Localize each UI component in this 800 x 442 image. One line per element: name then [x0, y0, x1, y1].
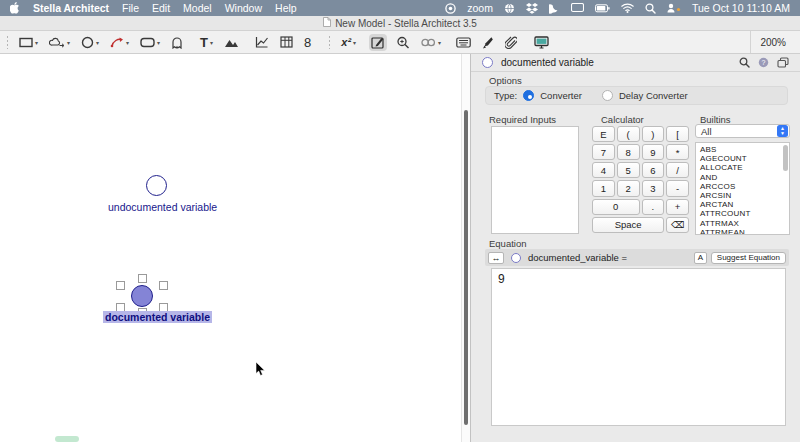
globe-icon[interactable]: [504, 3, 515, 14]
calc-key[interactable]: 5: [617, 162, 640, 178]
equation-header-bar: ↔ documented_variable = A Suggest Equati…: [485, 249, 789, 266]
attachment-tool[interactable]: [503, 34, 519, 51]
builtins-filter-dropdown[interactable]: All ▲▼: [695, 124, 790, 138]
ghost-tool[interactable]: [169, 34, 185, 51]
radio-delay-converter[interactable]: [602, 90, 613, 101]
selection-handle-nw[interactable]: [116, 281, 125, 290]
menu-item[interactable]: Window: [225, 2, 262, 14]
calc-key-backspace[interactable]: ⌫: [666, 217, 689, 233]
calc-key[interactable]: 2: [617, 180, 640, 196]
calc-key[interactable]: ): [642, 126, 665, 142]
panel-windows-icon[interactable]: [777, 57, 789, 68]
equation-tool[interactable]: x²: [339, 35, 358, 50]
converter-label-undocumented[interactable]: undocumented variable: [108, 201, 217, 213]
builtins-list: ABSAGECOUNTALLOCATEANDARCCOSARCSINARCTAN…: [695, 142, 790, 235]
record-icon[interactable]: [445, 3, 456, 14]
calc-key-space[interactable]: Space: [592, 217, 664, 233]
builtin-function-item[interactable]: ATTRMAX: [700, 219, 789, 228]
menu-item[interactable]: Model: [183, 2, 212, 14]
model-canvas[interactable]: undocumented variable documented variabl…: [0, 54, 461, 442]
find-zoom-tool[interactable]: [394, 34, 412, 51]
required-inputs-list[interactable]: [491, 126, 579, 234]
required-inputs-label: Required Inputs: [489, 114, 556, 125]
edit-mode-tool[interactable]: [369, 34, 387, 51]
calc-key[interactable]: 8: [617, 144, 640, 160]
builtin-function-item[interactable]: ARCSIN: [700, 191, 789, 200]
canvas-vertical-scrollbar[interactable]: [461, 54, 470, 442]
menu-app-name[interactable]: Stella Architect: [33, 2, 109, 14]
spotlight-search-icon[interactable]: [645, 3, 656, 14]
zoom-menu-label[interactable]: zoom: [467, 2, 493, 14]
link-mode-tool[interactable]: [419, 36, 443, 49]
builtin-function-item[interactable]: AGECOUNT: [700, 154, 789, 163]
numeric-display-tool[interactable]: 8: [302, 34, 313, 51]
wifi-icon[interactable]: [621, 3, 634, 13]
calc-key-zero[interactable]: 0: [592, 199, 640, 215]
input-device-tool[interactable]: [454, 35, 473, 50]
converter-documented-variable[interactable]: [131, 285, 153, 307]
calc-key[interactable]: +: [666, 199, 689, 215]
swap-arrows-button[interactable]: ↔: [488, 252, 504, 264]
radio-delay-converter-label[interactable]: Delay Converter: [619, 90, 688, 101]
paint-tool[interactable]: [480, 34, 496, 51]
calc-key[interactable]: 1: [592, 180, 615, 196]
calc-key[interactable]: .: [642, 199, 665, 215]
text-tool[interactable]: T: [198, 34, 215, 51]
apple-menu-icon[interactable]: [10, 2, 20, 14]
menu-item[interactable]: Edit: [152, 2, 170, 14]
connector-tool[interactable]: [108, 34, 131, 50]
stock-tool[interactable]: [17, 35, 40, 50]
equation-converter-icon: [511, 253, 521, 263]
presentation-tool[interactable]: [532, 34, 551, 51]
calc-key[interactable]: 3: [642, 180, 665, 196]
display-icon[interactable]: [571, 3, 584, 13]
builtin-function-item[interactable]: ARCCOS: [700, 182, 789, 191]
builtin-function-item[interactable]: ATTRMEAN: [700, 228, 789, 235]
suggest-equation-button[interactable]: Suggest Equation: [711, 252, 786, 264]
panel-search-icon[interactable]: [739, 57, 750, 68]
calc-key[interactable]: E: [592, 126, 615, 142]
panel-help-icon[interactable]: ?: [758, 57, 769, 68]
zoom-level-indicator[interactable]: 200%: [750, 31, 795, 53]
converter-tool[interactable]: [79, 34, 101, 51]
selection-handle-n[interactable]: [138, 274, 147, 283]
builtin-function-item[interactable]: AND: [700, 173, 789, 182]
dropbox-icon[interactable]: [526, 3, 538, 14]
flow-tool[interactable]: [47, 35, 72, 50]
selection-handle-ne[interactable]: [159, 281, 168, 290]
toolbar-drag-handle[interactable]: [6, 35, 9, 49]
calc-key[interactable]: /: [666, 162, 689, 178]
calc-key[interactable]: 7: [592, 144, 615, 160]
graph-pad-tool[interactable]: [253, 34, 271, 50]
calc-key[interactable]: 9: [642, 144, 665, 160]
fast-user-switch-icon[interactable]: [667, 3, 681, 13]
graphics-frame-tool[interactable]: [222, 35, 241, 50]
calc-key[interactable]: 6: [642, 162, 665, 178]
converter-undocumented-variable[interactable]: [146, 175, 167, 196]
builtin-function-item[interactable]: ARCTAN: [700, 200, 789, 209]
calc-key[interactable]: 4: [592, 162, 615, 178]
equation-section-label: Equation: [489, 238, 527, 249]
radio-converter-label[interactable]: Converter: [540, 90, 582, 101]
calc-key[interactable]: *: [666, 144, 689, 160]
battery-icon[interactable]: [595, 4, 610, 13]
calc-key[interactable]: [: [666, 126, 689, 142]
scrollbar-thumb[interactable]: [464, 110, 468, 425]
table-pad-tool[interactable]: [278, 34, 295, 50]
builtin-function-item[interactable]: ATTRCOUNT: [700, 209, 789, 218]
do-not-disturb-moon-icon[interactable]: [549, 3, 560, 14]
menu-item[interactable]: Help: [275, 2, 297, 14]
converter-label-documented[interactable]: documented variable: [103, 311, 212, 323]
font-style-button[interactable]: A: [694, 252, 707, 264]
calc-key[interactable]: -: [666, 180, 689, 196]
calc-key[interactable]: (: [617, 126, 640, 142]
module-tool[interactable]: [138, 35, 162, 50]
equation-input-area[interactable]: 9: [491, 268, 786, 426]
menu-item[interactable]: File: [122, 2, 139, 14]
builtin-function-item[interactable]: ALLOCATE: [700, 163, 789, 172]
menu-clock[interactable]: Tue Oct 10 11:10 AM: [692, 2, 790, 14]
builtin-function-item[interactable]: ABS: [700, 145, 789, 154]
builtins-scrollbar-thumb[interactable]: [783, 145, 788, 171]
radio-converter[interactable]: [523, 90, 534, 101]
svg-text:?: ?: [762, 59, 766, 66]
